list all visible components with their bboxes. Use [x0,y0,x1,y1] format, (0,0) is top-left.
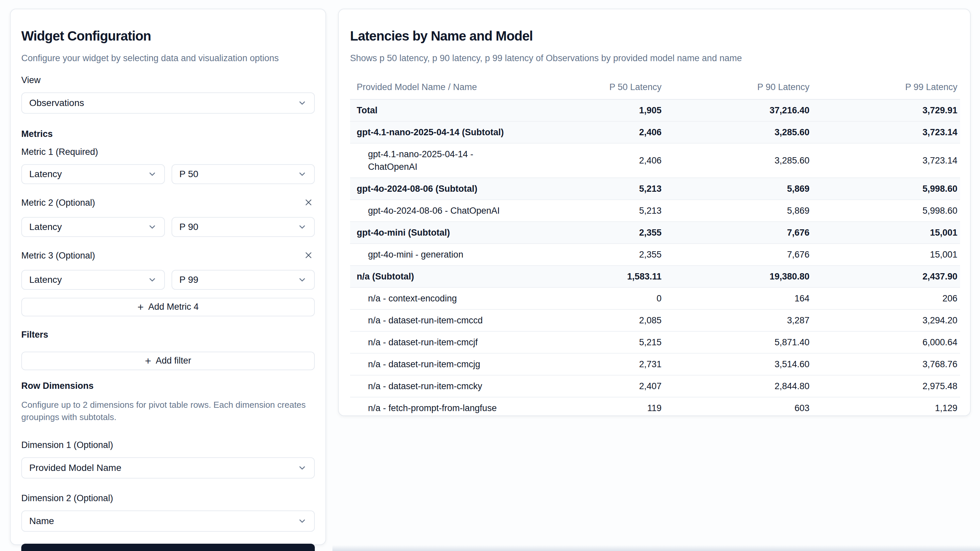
p99-value: 3,723.14 [812,143,960,178]
row-label: n/a - dataset-run-item-cmcjg [350,353,516,375]
p90-value: 3,285.60 [664,143,812,178]
metric-2-measure-select[interactable]: Latency [21,217,165,237]
metric-2-label: Metric 2 (Optional) [21,198,95,208]
table-row-total: Total1,90537,216.403,729.91 [350,99,960,121]
metric-2-measure-value: Latency [29,222,62,232]
add-metric-label: Add Metric 4 [148,302,199,312]
page-bottom-edge [332,545,980,551]
p90-value: 164 [664,287,812,310]
p99-value: 15,001 [812,222,960,244]
table-row: n/a - dataset-run-item-cmcky2,4072,844.8… [350,375,960,397]
column-header-name: Provided Model Name / Name [350,78,516,99]
table-row: n/a - context-encoding0164206 [350,287,960,310]
p50-value: 2,355 [516,244,664,265]
add-metric-button[interactable]: + Add Metric 4 [21,298,315,316]
p99-value: 3,294.20 [812,310,960,331]
p90-value: 5,869 [664,200,812,222]
metric-3-measure-value: Latency [29,275,62,285]
chevron-down-icon [298,516,307,526]
p90-value: 37,216.40 [664,99,812,121]
column-header-p90: P 90 Latency [664,78,812,99]
metric-1-aggregation-select[interactable]: P 50 [172,164,315,184]
view-label: View [21,75,315,85]
row-label: n/a - dataset-run-item-cmcjf [350,331,516,353]
metric-1-measure-select[interactable]: Latency [21,164,165,184]
p99-value: 1,129 [812,397,960,419]
metric-3-aggregation-select[interactable]: P 99 [172,270,315,290]
dimension-1-label: Dimension 1 (Optional) [21,440,315,450]
chevron-down-icon [148,222,157,232]
config-panel-subtitle: Configure your widget by selecting data … [21,52,315,64]
row-label: n/a - dataset-run-item-cmcky [350,375,516,397]
p90-value: 3,287 [664,310,812,331]
p90-value: 5,871.40 [664,331,812,353]
chevron-down-icon [148,170,157,179]
row-label: n/a - fetch-prompt-from-langfuse [350,397,516,419]
p99-value: 6,000.64 [812,331,960,353]
p90-value: 603 [664,397,812,419]
p50-value: 1,905 [516,99,664,121]
row-label: gpt-4o-mini (Subtotal) [350,222,516,244]
p50-value: 2,407 [516,375,664,397]
add-filter-button[interactable]: + Add filter [21,352,315,370]
table-row: n/a - dataset-run-item-cmccd2,0853,2873,… [350,310,960,331]
remove-metric-2-button[interactable] [302,196,315,210]
metric-1-measure-value: Latency [29,169,62,179]
p90-value: 2,844.80 [664,375,812,397]
table-row-subtotal: gpt-4.1-nano-2025-04-14 (Subtotal)2,4063… [350,121,960,143]
widget-config-panel: Widget Configuration Configure your widg… [10,9,326,545]
p50-value: 2,085 [516,310,664,331]
metric-3-aggregation-value: P 99 [180,275,199,285]
p90-value: 7,676 [664,222,812,244]
metric-3-label: Metric 3 (Optional) [21,251,95,260]
metric-3-row: Latency P 99 [21,270,315,290]
p90-value: 5,869 [664,178,812,200]
p50-value: 5,213 [516,200,664,222]
chevron-down-icon [298,98,307,108]
metric-2-aggregation-select[interactable]: P 90 [172,217,315,237]
p50-value: 1,583.11 [516,265,664,287]
dimension-1-value: Provided Model Name [29,463,121,473]
save-widget-button[interactable]: Save Widget [21,544,315,551]
view-select-value: Observations [29,98,84,108]
row-label: n/a - context-encoding [350,287,516,310]
table-row: gpt-4.1-nano-2025-04-14 - ChatOpenAI2,40… [350,143,960,178]
table-row: gpt-4o-mini - generation2,3557,67615,001 [350,244,960,265]
column-header-p99: P 99 Latency [812,78,960,99]
plus-icon: + [145,356,151,366]
close-icon [304,197,313,208]
table-row: n/a - fetch-prompt-from-langfuse1196031,… [350,397,960,419]
remove-metric-3-button[interactable] [302,249,315,262]
p99-value: 206 [812,287,960,310]
p50-value: 5,215 [516,331,664,353]
table-header-row: Provided Model Name / Name P 50 Latency … [350,78,960,99]
dimension-1-select[interactable]: Provided Model Name [21,457,315,478]
chevron-down-icon [298,275,307,284]
metric-3-measure-select[interactable]: Latency [21,270,165,290]
preview-panel: Latencies by Name and Model Shows p 50 l… [338,9,971,416]
p50-value: 2,355 [516,222,664,244]
metric-2-header: Metric 2 (Optional) [21,196,315,210]
metric-2-aggregation-value: P 90 [180,222,199,232]
metric-1-row: Latency P 50 [21,164,315,184]
p90-value: 7,676 [664,244,812,265]
table-row: n/a - dataset-run-item-cmcjg2,7313,514.6… [350,353,960,375]
close-icon [304,250,313,261]
dimension-2-select[interactable]: Name [21,510,315,532]
row-label: Total [350,99,516,121]
p50-value: 2,406 [516,143,664,178]
p99-value: 2,975.48 [812,375,960,397]
p99-value: 3,768.76 [812,353,960,375]
config-panel-title: Widget Configuration [21,28,315,43]
latency-pivot-table: Provided Model Name / Name P 50 Latency … [350,78,960,419]
view-select[interactable]: Observations [21,92,315,114]
p50-value: 119 [516,397,664,419]
p99-value: 15,001 [812,244,960,265]
table-row-subtotal: gpt-4o-2024-08-06 (Subtotal)5,2135,8695,… [350,178,960,200]
metrics-section-label: Metrics [21,129,315,139]
chevron-down-icon [148,275,157,284]
table-row-subtotal: n/a (Subtotal)1,583.1119,380.802,437.90 [350,265,960,287]
metric-2-row: Latency P 90 [21,217,315,237]
row-label: n/a (Subtotal) [350,265,516,287]
table-row-subtotal: gpt-4o-mini (Subtotal)2,3557,67615,001 [350,222,960,244]
